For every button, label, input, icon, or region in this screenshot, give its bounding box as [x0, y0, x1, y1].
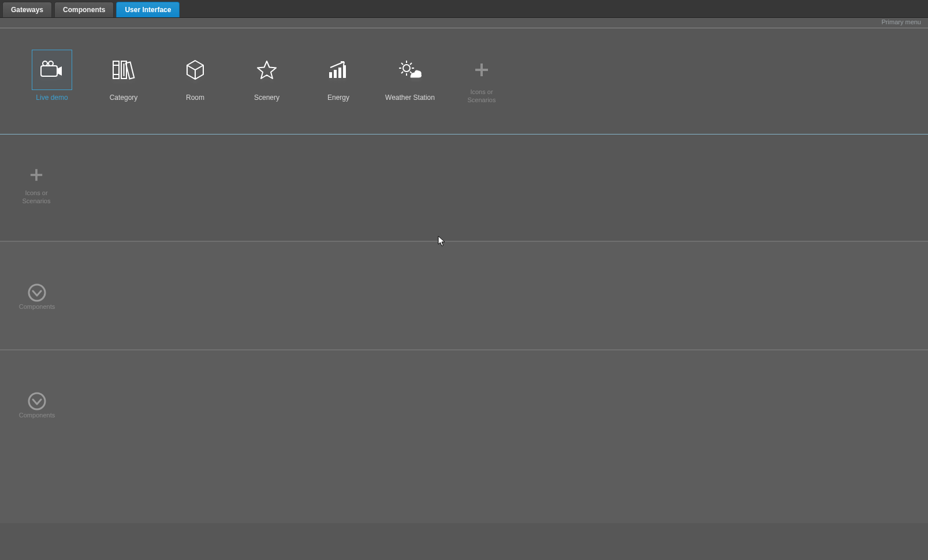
sub-item-label: Icons or Scenarios — [23, 189, 51, 206]
menu-item-label: Category — [110, 94, 138, 103]
primary-section: Live demo Category — [0, 28, 928, 135]
menu-item-label: Energy — [327, 94, 349, 103]
svg-line-20 — [401, 72, 403, 73]
svg-point-2 — [49, 61, 53, 66]
plus-icon — [461, 50, 502, 90]
chart-icon — [318, 50, 359, 90]
svg-rect-12 — [343, 65, 346, 78]
camera-icon — [32, 50, 72, 90]
tab-gateways[interactable]: Gateways — [2, 2, 52, 17]
components-label: Components — [19, 412, 55, 419]
svg-point-26 — [29, 285, 45, 301]
menu-item-label: Scenery — [254, 94, 279, 103]
sub-section: Icons or Scenarios — [0, 135, 928, 242]
menu-item-label: Live demo — [36, 94, 68, 103]
components-label: Components — [19, 303, 55, 310]
star-icon — [247, 50, 287, 90]
cube-icon — [175, 50, 215, 90]
plus-icon — [25, 163, 48, 186]
menu-item-add[interactable]: Icons or Scenarios — [446, 50, 517, 104]
menu-item-label: Weather Station — [385, 94, 435, 103]
menu-item-room[interactable]: Room — [159, 50, 231, 103]
sub-icon-row: Icons or Scenarios — [0, 135, 928, 241]
components-dropdown-2[interactable]: Components — [14, 392, 60, 419]
svg-line-19 — [410, 72, 412, 73]
svg-rect-9 — [329, 72, 332, 78]
sub-item-add[interactable]: Icons or Scenarios — [16, 163, 57, 206]
components-panel-1: Components — [0, 241, 928, 350]
chevron-down-circle-icon — [28, 392, 46, 410]
books-icon — [103, 50, 144, 90]
chevron-down-circle-icon — [28, 283, 46, 302]
menu-item-weather[interactable]: Weather Station — [374, 50, 446, 103]
weather-icon — [390, 50, 430, 90]
tab-components[interactable]: Components — [54, 2, 114, 17]
svg-point-13 — [403, 65, 410, 72]
svg-rect-3 — [113, 61, 119, 79]
menu-item-label: Icons or Scenarios — [468, 88, 496, 104]
components-dropdown-1[interactable]: Components — [14, 283, 60, 310]
components-panel-2: Components — [0, 350, 928, 523]
menu-item-label: Room — [186, 94, 204, 103]
menu-item-live-demo[interactable]: Live demo — [16, 50, 88, 103]
svg-rect-0 — [41, 66, 57, 76]
svg-point-27 — [29, 393, 45, 409]
svg-line-21 — [410, 63, 412, 65]
svg-point-1 — [43, 61, 47, 66]
menu-item-energy[interactable]: Energy — [303, 50, 374, 103]
menu-item-category[interactable]: Category — [88, 50, 159, 103]
svg-rect-11 — [338, 68, 341, 78]
svg-line-18 — [401, 63, 403, 65]
primary-menu-link[interactable]: Primary menu — [882, 18, 921, 25]
svg-rect-10 — [334, 70, 337, 78]
tab-bar: Gateways Components User Interface — [0, 0, 928, 18]
tab-user-interface[interactable]: User Interface — [116, 2, 180, 17]
menu-item-scenery[interactable]: Scenery — [231, 50, 303, 103]
header-strip: Primary menu — [0, 18, 928, 28]
primary-icon-row: Live demo Category — [0, 28, 928, 134]
